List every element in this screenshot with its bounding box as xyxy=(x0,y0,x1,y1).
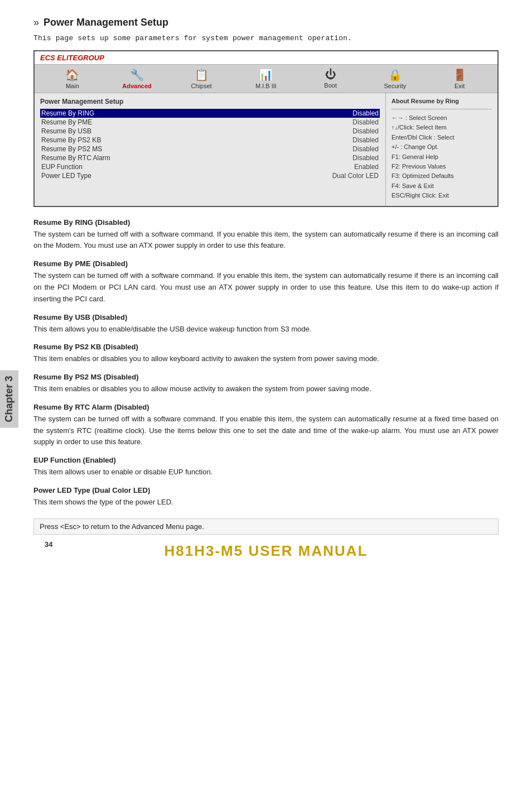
bios-row-5-value: Disabled xyxy=(352,154,379,162)
mlb3-icon: 📊 xyxy=(259,68,273,81)
bios-help-line-4: F1: General Help xyxy=(391,153,492,161)
advanced-icon: 🔧 xyxy=(130,68,144,81)
section-4: Resume By PS2 MS (Disabled) This item en… xyxy=(33,373,499,395)
section-1-body: The system can be turned off with a soft… xyxy=(33,270,499,305)
bios-row-0[interactable]: Resume By RING Disabled xyxy=(40,109,380,118)
bios-nav-chipset-label: Chipset xyxy=(191,83,212,89)
section-3: Resume By PS2 KB (Disabled) This item en… xyxy=(33,343,499,365)
section-3-body: This item enables or disables you to all… xyxy=(33,353,499,365)
section-4-body: This item enables or disables you to all… xyxy=(33,383,499,395)
section-5: Resume By RTC Alarm (Disabled) The syste… xyxy=(33,403,499,448)
bios-nav-boot[interactable]: ⏻ Boot xyxy=(314,68,347,89)
section-1-heading: Resume By PME (Disabled) xyxy=(33,259,499,268)
chipset-icon: 📋 xyxy=(195,68,209,81)
section-5-heading: Resume By RTC Alarm (Disabled) xyxy=(33,403,499,411)
bios-row-3-label: Resume By PS2 KB xyxy=(41,136,101,144)
boot-icon: ⏻ xyxy=(325,68,336,81)
bios-help-divider xyxy=(391,109,492,109)
section-2-body: This item allows you to enable/disable t… xyxy=(33,324,499,335)
bios-row-7[interactable]: Power LED Type Dual Color LED xyxy=(40,171,380,180)
bios-nav-boot-label: Boot xyxy=(324,82,337,89)
section-4-heading: Resume By PS2 MS (Disabled) xyxy=(33,373,499,381)
bios-help-line-2: Enter/Dbl Click : Select xyxy=(391,133,492,142)
section-6-body: This item allows user to enable or disab… xyxy=(33,467,499,478)
section-0-body: The system can be turned off with a soft… xyxy=(33,229,499,252)
bios-row-6-label: EUP Function xyxy=(41,163,83,171)
page-number: 34 xyxy=(45,540,52,549)
bios-right-panel: About Resume by Ring ←→ : Select Screen … xyxy=(386,93,497,206)
bios-row-5-label: Resume By RTC Alarm xyxy=(41,154,110,162)
bios-row-2-value: Disabled xyxy=(352,127,379,135)
bios-row-5[interactable]: Resume By RTC Alarm Disabled xyxy=(40,153,380,162)
bios-help-line-6: F3: Optimized Defaults xyxy=(391,172,492,180)
bios-row-2-label: Resume By USB xyxy=(41,127,91,135)
bios-row-4[interactable]: Resume By PS2 MS Disabled xyxy=(40,145,380,153)
bios-nav-main-label: Main xyxy=(66,83,79,89)
exit-icon: 🚪 xyxy=(453,68,467,81)
chevron-icon: » xyxy=(33,17,39,28)
bios-nav-security[interactable]: 🔒 Security xyxy=(378,68,412,89)
bios-header: ECS ELITEGROUP xyxy=(35,51,497,65)
bios-nav-main[interactable]: 🏠 Main xyxy=(56,68,89,89)
bios-row-2[interactable]: Resume By USB Disabled xyxy=(40,127,380,136)
bios-row-3-value: Disabled xyxy=(352,136,379,144)
main-icon: 🏠 xyxy=(65,68,79,81)
page-title: Power Management Setup xyxy=(43,17,168,28)
bios-row-7-label: Power LED Type xyxy=(41,172,91,180)
bios-help-line-1: ↑↓/Click: Select Item xyxy=(391,123,492,132)
section-0-heading: Resume By RING (Disabled) xyxy=(33,218,499,227)
bios-row-6[interactable]: EUP Function Enabled xyxy=(40,162,380,171)
page-header: » Power Management Setup xyxy=(33,17,499,28)
section-2: Resume By USB (Disabled) This item allow… xyxy=(33,313,499,335)
section-5-body: The system can be turned off with a soft… xyxy=(33,414,499,448)
bios-left-panel: Power Management Setup Resume By RING Di… xyxy=(35,93,386,206)
bios-row-1-value: Disabled xyxy=(352,118,379,126)
bios-help-line-8: ESC/Right Click: Exit xyxy=(391,191,492,200)
bios-help-title: About Resume by Ring xyxy=(391,98,492,104)
chapter-label: Chapter 3 xyxy=(0,370,18,427)
section-3-heading: Resume By PS2 KB (Disabled) xyxy=(33,343,499,351)
bios-body: Power Management Setup Resume By RING Di… xyxy=(35,93,497,206)
bios-nav-icons: 🏠 Main 🔧 Advanced 📋 Chipset 📊 M.I.B III … xyxy=(35,65,497,93)
section-7-heading: Power LED Type (Dual Color LED) xyxy=(33,486,499,494)
section-2-heading: Resume By USB (Disabled) xyxy=(33,313,499,321)
bios-row-4-value: Disabled xyxy=(352,145,379,153)
bios-help-line-0: ←→ : Select Screen xyxy=(391,114,492,122)
bios-row-1-label: Resume By PME xyxy=(41,118,92,126)
bios-nav-chipset[interactable]: 📋 Chipset xyxy=(185,68,218,89)
bios-nav-mlb3[interactable]: 📊 M.I.B III xyxy=(249,68,283,89)
bios-help-line-5: F2: Previous Values xyxy=(391,162,492,171)
bios-row-0-value: Disabled xyxy=(352,109,379,117)
footer-title: H81H3-M5 USER MANUAL xyxy=(33,542,499,560)
press-esc-box: Press <Esc> to return to the Advanced Me… xyxy=(33,518,499,535)
bios-nav-exit[interactable]: 🚪 Exit xyxy=(443,68,476,89)
bios-row-7-value: Dual Color LED xyxy=(332,172,379,180)
bios-row-1[interactable]: Resume By PME Disabled xyxy=(40,118,380,127)
section-1: Resume By PME (Disabled) The system can … xyxy=(33,259,499,305)
bios-box: ECS ELITEGROUP 🏠 Main 🔧 Advanced 📋 Chips… xyxy=(33,50,499,207)
bios-section-title: Power Management Setup xyxy=(40,98,380,105)
section-6-heading: EUP Function (Enabled) xyxy=(33,456,499,464)
bios-nav-advanced-label: Advanced xyxy=(122,83,152,89)
bios-nav-security-label: Security xyxy=(384,83,406,89)
security-icon: 🔒 xyxy=(388,68,402,81)
section-0: Resume By RING (Disabled) The system can… xyxy=(33,218,499,252)
press-esc-text: Press <Esc> to return to the Advanced Me… xyxy=(40,522,204,531)
bios-help-line-3: +/- : Change Opt. xyxy=(391,143,492,151)
section-6: EUP Function (Enabled) This item allows … xyxy=(33,456,499,478)
bios-nav-exit-label: Exit xyxy=(454,83,465,89)
bios-nav-mlb3-label: M.I.B III xyxy=(255,83,277,89)
bios-nav-advanced[interactable]: 🔧 Advanced xyxy=(120,68,154,89)
intro-text: This page sets up some parameters for sy… xyxy=(33,34,499,42)
section-7: Power LED Type (Dual Color LED) This ite… xyxy=(33,486,499,508)
bios-logo: ECS ELITEGROUP xyxy=(40,54,104,62)
bios-help-line-7: F4: Save & Exit xyxy=(391,182,492,190)
bios-row-3[interactable]: Resume By PS2 KB Disabled xyxy=(40,136,380,145)
section-7-body: This item shows the type of the power LE… xyxy=(33,497,499,508)
bios-row-4-label: Resume By PS2 MS xyxy=(41,145,102,153)
bios-row-0-label: Resume By RING xyxy=(41,109,94,117)
bios-row-6-value: Enabled xyxy=(354,163,379,171)
